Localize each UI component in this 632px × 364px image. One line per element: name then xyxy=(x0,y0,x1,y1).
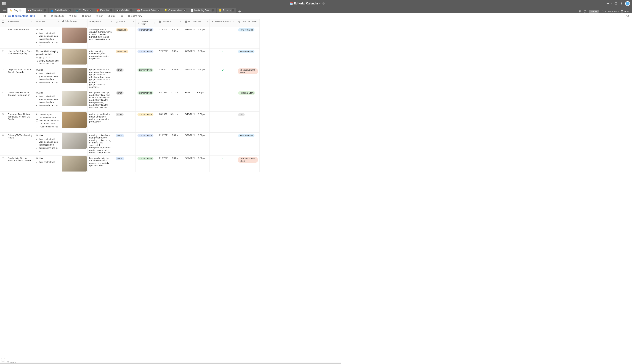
color-button[interactable]: Color xyxy=(107,14,117,18)
select-all-input[interactable] xyxy=(2,20,4,22)
cell-headline[interactable]: Organize Your Life with Google Calendar xyxy=(6,67,34,90)
table-row[interactable]: 6 Sticking To Your Morning Habits Outlin… xyxy=(0,132,260,156)
cell-status[interactable]: Research xyxy=(114,27,136,48)
collaborators-icon[interactable] xyxy=(42,14,47,18)
automations-button[interactable]: AUTOMATIONS xyxy=(601,10,619,12)
column-header-affiliate[interactable]: Affiliate Sponsor▾ xyxy=(210,19,236,27)
help-circle-icon[interactable]: ? xyxy=(614,2,617,5)
cell-type[interactable]: How-to Guide xyxy=(236,132,260,156)
cell-draft-due[interactable]: 8/4/20213:31pm xyxy=(157,112,183,132)
cell-go-live[interactable]: 7/30/20213:32pm xyxy=(183,67,210,90)
cell-attachments[interactable] xyxy=(61,132,88,156)
help-link[interactable]: HELP xyxy=(606,2,612,5)
cell-attachments[interactable] xyxy=(61,112,88,132)
column-header-type[interactable]: Type of Content xyxy=(236,19,260,27)
cell-notes[interactable]: OutlineYour content with your ideas and … xyxy=(34,27,61,48)
hide-fields-button[interactable]: Hide fields xyxy=(50,14,66,18)
column-header-headline[interactable]: AHeadline▾ xyxy=(6,19,34,27)
view-name[interactable]: Blog Content - Grid xyxy=(8,14,35,18)
cell-status[interactable]: Write xyxy=(114,132,136,156)
cell-notes[interactable]: OutlineYour content with xyxy=(34,156,61,172)
info-icon[interactable]: ⓘ xyxy=(322,2,325,5)
column-header-notes[interactable]: Notes▾ xyxy=(34,19,61,27)
cell-type[interactable]: How-to Guide xyxy=(236,48,260,67)
base-title[interactable]: Editorial Calendar xyxy=(294,2,318,5)
cell-type[interactable]: Checklist/Cheat Sheet xyxy=(236,67,260,90)
tab-projects[interactable]: 📒Projectsi xyxy=(217,8,236,13)
cell-affiliate[interactable]: ✓ xyxy=(210,132,236,156)
table-row[interactable]: 4 Productivity Hacks for Creative Solopr… xyxy=(0,90,260,112)
chevron-down-icon[interactable]: ▾ xyxy=(319,2,320,5)
bell-icon[interactable] xyxy=(620,2,623,5)
cell-status[interactable]: Draft xyxy=(114,90,136,112)
view-menu-button[interactable]: ⋯ xyxy=(37,14,41,18)
table-row[interactable]: 7 Productivity Tips for Small Business O… xyxy=(0,156,260,172)
cell-attachments[interactable] xyxy=(61,67,88,90)
tab-social-media[interactable]: 👥Social Mediai xyxy=(49,8,73,13)
cell-headline[interactable]: Sticking To Your Morning Habits xyxy=(6,132,34,156)
select-all-checkbox[interactable] xyxy=(0,19,6,27)
tab-youtube[interactable]: 📺YouTubei xyxy=(74,8,94,13)
cell-notes[interactable]: Roundup for youYour content with your id… xyxy=(34,112,61,132)
column-header-go-live[interactable]: Go Live Date▾ xyxy=(183,19,210,27)
table-row[interactable]: 1 How to Avoid Burnout OutlineYour conte… xyxy=(0,27,260,48)
cell-keywords[interactable]: best productivity tips, productivity tip… xyxy=(88,90,114,112)
cell-notes[interactable]: My checklist for helping you with a mind… xyxy=(34,48,61,67)
row-height-button[interactable] xyxy=(120,14,124,18)
attachment-thumbnail[interactable] xyxy=(62,91,87,106)
cell-pillar[interactable]: Content Pillar xyxy=(136,156,157,172)
table-row[interactable]: 2 How to Get Things Done With Mind Mappi… xyxy=(0,48,260,67)
cell-notes[interactable]: OutlineYour content with your ideas and … xyxy=(34,67,61,90)
attachment-thumbnail[interactable] xyxy=(62,68,87,83)
trash-icon[interactable] xyxy=(579,10,581,12)
column-header-status[interactable]: Status▾ xyxy=(114,19,136,27)
cell-status[interactable]: Write xyxy=(114,156,136,172)
cell-pillar[interactable]: Content Pillar xyxy=(136,27,157,48)
cell-headline[interactable]: How to Avoid Burnout xyxy=(6,27,34,48)
cell-notes[interactable]: OutlineYour content with your ideas and … xyxy=(34,90,61,112)
cell-headline[interactable]: Roundup: Best Notion Templates for Your … xyxy=(6,112,34,132)
column-header-draft-due[interactable]: Draft Due▾ xyxy=(157,19,183,27)
sort-button[interactable]: Sort xyxy=(95,14,104,18)
user-avatar[interactable] xyxy=(625,1,630,6)
cell-go-live[interactable]: 7/23/20213:32pm xyxy=(183,48,210,67)
attachment-thumbnail[interactable] xyxy=(62,112,87,128)
cell-pillar[interactable]: Content Pillar xyxy=(136,112,157,132)
share-view-button[interactable]: Share view xyxy=(127,14,143,18)
attachment-thumbnail[interactable] xyxy=(62,156,87,172)
cell-attachments[interactable] xyxy=(61,156,88,172)
apps-button[interactable]: APPS xyxy=(621,10,629,12)
attachment-thumbnail[interactable] xyxy=(62,133,87,148)
cell-type[interactable]: Checklist/Cheat Sheet xyxy=(236,156,260,172)
cell-notes[interactable]: OutlineYour content with your ideas and … xyxy=(34,132,61,156)
cell-status[interactable]: Draft xyxy=(114,67,136,90)
group-button[interactable]: Group xyxy=(81,14,92,18)
cell-draft-due[interactable]: 7/21/20213:30pm xyxy=(157,48,183,67)
tab-blog[interactable]: ✏️Blogi▾ xyxy=(8,8,26,13)
cell-type[interactable]: How-to Guide xyxy=(236,27,260,48)
search-icon[interactable] xyxy=(625,14,630,18)
attachment-thumbnail[interactable] xyxy=(62,49,87,64)
cell-go-live[interactable]: 8/13/20213:32pm xyxy=(183,112,210,132)
cell-attachments[interactable] xyxy=(61,48,88,67)
cell-draft-due[interactable]: 8/18/20213:31pm xyxy=(157,156,183,172)
cell-affiliate[interactable] xyxy=(210,112,236,132)
attachment-thumbnail[interactable] xyxy=(62,28,87,43)
table-row[interactable]: 5 Roundup: Best Notion Templates for You… xyxy=(0,112,260,132)
cell-draft-due[interactable]: 8/4/20213:31pm xyxy=(157,90,183,112)
tab-newsletter[interactable]: 💌Newsletteri xyxy=(26,8,48,13)
column-header-pillar[interactable]: Content Pillar▾ xyxy=(136,19,157,27)
tab-content-ideas[interactable]: 💡Content Ideasi xyxy=(162,8,188,13)
tab-marketing-goals[interactable]: 📈Marketing Goalsi xyxy=(188,8,216,13)
cell-affiliate[interactable]: ✓ xyxy=(210,156,236,172)
cell-keywords[interactable]: mind mapping techniques, mind mapping to… xyxy=(88,48,114,67)
cell-keywords[interactable]: notion tips and tricks, notion templates… xyxy=(88,112,114,132)
cell-keywords[interactable]: avoiding burnout, creative burnout, ways… xyxy=(88,27,114,48)
cell-attachments[interactable] xyxy=(61,27,88,48)
cell-type[interactable]: Personal Story xyxy=(236,90,260,112)
cell-affiliate[interactable]: ✓ xyxy=(210,67,236,90)
tab-visibility[interactable]: 👁️Visibilityi xyxy=(115,8,135,13)
cell-headline[interactable]: How to Get Things Done With Mind Mapping xyxy=(6,48,34,67)
cell-keywords[interactable]: best productivity tips for small busines… xyxy=(88,156,114,172)
cell-type[interactable]: List xyxy=(236,112,260,132)
